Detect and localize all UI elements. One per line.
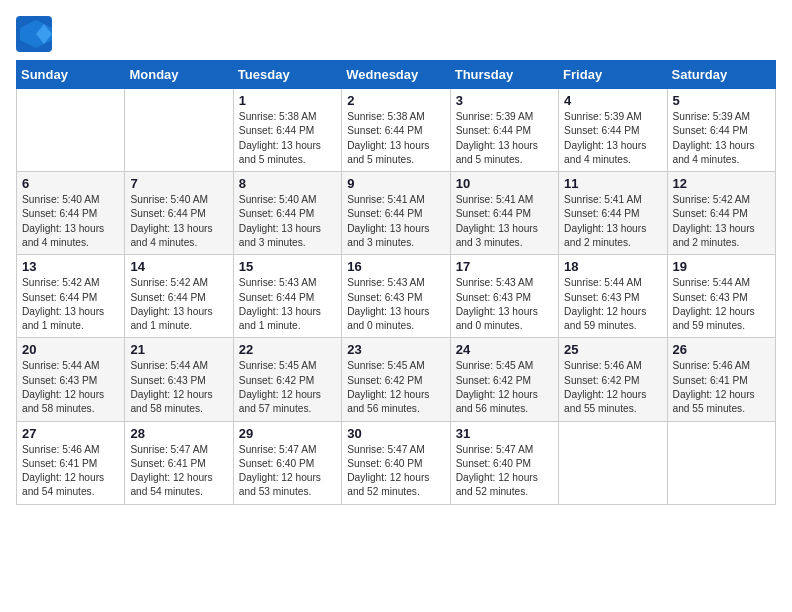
day-number: 7	[130, 176, 227, 191]
calendar-cell: 3Sunrise: 5:39 AMSunset: 6:44 PMDaylight…	[450, 89, 558, 172]
cell-content: Sunrise: 5:44 AMSunset: 6:43 PMDaylight:…	[673, 276, 770, 333]
cell-content: Sunrise: 5:41 AMSunset: 6:44 PMDaylight:…	[564, 193, 661, 250]
cell-content: Sunrise: 5:40 AMSunset: 6:44 PMDaylight:…	[130, 193, 227, 250]
calendar-cell: 1Sunrise: 5:38 AMSunset: 6:44 PMDaylight…	[233, 89, 341, 172]
logo	[16, 16, 56, 52]
day-number: 12	[673, 176, 770, 191]
day-number: 23	[347, 342, 444, 357]
day-number: 6	[22, 176, 119, 191]
cell-content: Sunrise: 5:43 AMSunset: 6:43 PMDaylight:…	[347, 276, 444, 333]
cell-content: Sunrise: 5:45 AMSunset: 6:42 PMDaylight:…	[347, 359, 444, 416]
day-number: 30	[347, 426, 444, 441]
cell-content: Sunrise: 5:47 AMSunset: 6:40 PMDaylight:…	[347, 443, 444, 500]
day-number: 14	[130, 259, 227, 274]
calendar-cell: 27Sunrise: 5:46 AMSunset: 6:41 PMDayligh…	[17, 421, 125, 504]
calendar-cell: 17Sunrise: 5:43 AMSunset: 6:43 PMDayligh…	[450, 255, 558, 338]
calendar-week-5: 27Sunrise: 5:46 AMSunset: 6:41 PMDayligh…	[17, 421, 776, 504]
calendar-cell: 9Sunrise: 5:41 AMSunset: 6:44 PMDaylight…	[342, 172, 450, 255]
day-number: 15	[239, 259, 336, 274]
calendar-cell: 18Sunrise: 5:44 AMSunset: 6:43 PMDayligh…	[559, 255, 667, 338]
calendar-cell: 28Sunrise: 5:47 AMSunset: 6:41 PMDayligh…	[125, 421, 233, 504]
page-header	[16, 16, 776, 52]
day-number: 16	[347, 259, 444, 274]
calendar-cell	[559, 421, 667, 504]
calendar-cell: 14Sunrise: 5:42 AMSunset: 6:44 PMDayligh…	[125, 255, 233, 338]
calendar-cell: 10Sunrise: 5:41 AMSunset: 6:44 PMDayligh…	[450, 172, 558, 255]
calendar-cell: 23Sunrise: 5:45 AMSunset: 6:42 PMDayligh…	[342, 338, 450, 421]
calendar-cell: 5Sunrise: 5:39 AMSunset: 6:44 PMDaylight…	[667, 89, 775, 172]
cell-content: Sunrise: 5:42 AMSunset: 6:44 PMDaylight:…	[130, 276, 227, 333]
day-number: 28	[130, 426, 227, 441]
header-sunday: Sunday	[17, 61, 125, 89]
cell-content: Sunrise: 5:41 AMSunset: 6:44 PMDaylight:…	[347, 193, 444, 250]
cell-content: Sunrise: 5:46 AMSunset: 6:42 PMDaylight:…	[564, 359, 661, 416]
day-number: 20	[22, 342, 119, 357]
calendar-cell: 26Sunrise: 5:46 AMSunset: 6:41 PMDayligh…	[667, 338, 775, 421]
calendar-cell: 29Sunrise: 5:47 AMSunset: 6:40 PMDayligh…	[233, 421, 341, 504]
day-number: 9	[347, 176, 444, 191]
calendar-cell: 30Sunrise: 5:47 AMSunset: 6:40 PMDayligh…	[342, 421, 450, 504]
day-number: 22	[239, 342, 336, 357]
cell-content: Sunrise: 5:47 AMSunset: 6:40 PMDaylight:…	[239, 443, 336, 500]
calendar-cell	[125, 89, 233, 172]
day-number: 18	[564, 259, 661, 274]
cell-content: Sunrise: 5:44 AMSunset: 6:43 PMDaylight:…	[130, 359, 227, 416]
day-number: 10	[456, 176, 553, 191]
cell-content: Sunrise: 5:38 AMSunset: 6:44 PMDaylight:…	[347, 110, 444, 167]
cell-content: Sunrise: 5:46 AMSunset: 6:41 PMDaylight:…	[673, 359, 770, 416]
day-number: 2	[347, 93, 444, 108]
day-number: 26	[673, 342, 770, 357]
calendar-week-1: 1Sunrise: 5:38 AMSunset: 6:44 PMDaylight…	[17, 89, 776, 172]
cell-content: Sunrise: 5:45 AMSunset: 6:42 PMDaylight:…	[239, 359, 336, 416]
calendar-cell: 19Sunrise: 5:44 AMSunset: 6:43 PMDayligh…	[667, 255, 775, 338]
calendar-cell: 20Sunrise: 5:44 AMSunset: 6:43 PMDayligh…	[17, 338, 125, 421]
calendar-cell	[17, 89, 125, 172]
day-number: 4	[564, 93, 661, 108]
day-number: 8	[239, 176, 336, 191]
cell-content: Sunrise: 5:44 AMSunset: 6:43 PMDaylight:…	[564, 276, 661, 333]
header-friday: Friday	[559, 61, 667, 89]
calendar-cell: 8Sunrise: 5:40 AMSunset: 6:44 PMDaylight…	[233, 172, 341, 255]
calendar-cell: 11Sunrise: 5:41 AMSunset: 6:44 PMDayligh…	[559, 172, 667, 255]
day-number: 3	[456, 93, 553, 108]
day-number: 24	[456, 342, 553, 357]
calendar-header-row: SundayMondayTuesdayWednesdayThursdayFrid…	[17, 61, 776, 89]
cell-content: Sunrise: 5:43 AMSunset: 6:43 PMDaylight:…	[456, 276, 553, 333]
calendar-week-4: 20Sunrise: 5:44 AMSunset: 6:43 PMDayligh…	[17, 338, 776, 421]
calendar-table: SundayMondayTuesdayWednesdayThursdayFrid…	[16, 60, 776, 505]
day-number: 27	[22, 426, 119, 441]
day-number: 31	[456, 426, 553, 441]
cell-content: Sunrise: 5:46 AMSunset: 6:41 PMDaylight:…	[22, 443, 119, 500]
calendar-cell: 21Sunrise: 5:44 AMSunset: 6:43 PMDayligh…	[125, 338, 233, 421]
calendar-cell: 16Sunrise: 5:43 AMSunset: 6:43 PMDayligh…	[342, 255, 450, 338]
cell-content: Sunrise: 5:43 AMSunset: 6:44 PMDaylight:…	[239, 276, 336, 333]
calendar-week-3: 13Sunrise: 5:42 AMSunset: 6:44 PMDayligh…	[17, 255, 776, 338]
day-number: 17	[456, 259, 553, 274]
calendar-cell: 12Sunrise: 5:42 AMSunset: 6:44 PMDayligh…	[667, 172, 775, 255]
day-number: 19	[673, 259, 770, 274]
day-number: 25	[564, 342, 661, 357]
day-number: 5	[673, 93, 770, 108]
calendar-cell: 7Sunrise: 5:40 AMSunset: 6:44 PMDaylight…	[125, 172, 233, 255]
day-number: 1	[239, 93, 336, 108]
cell-content: Sunrise: 5:44 AMSunset: 6:43 PMDaylight:…	[22, 359, 119, 416]
header-thursday: Thursday	[450, 61, 558, 89]
day-number: 29	[239, 426, 336, 441]
header-wednesday: Wednesday	[342, 61, 450, 89]
calendar-cell: 22Sunrise: 5:45 AMSunset: 6:42 PMDayligh…	[233, 338, 341, 421]
calendar-cell: 2Sunrise: 5:38 AMSunset: 6:44 PMDaylight…	[342, 89, 450, 172]
calendar-cell: 13Sunrise: 5:42 AMSunset: 6:44 PMDayligh…	[17, 255, 125, 338]
cell-content: Sunrise: 5:40 AMSunset: 6:44 PMDaylight:…	[22, 193, 119, 250]
header-tuesday: Tuesday	[233, 61, 341, 89]
logo-icon	[16, 16, 52, 52]
day-number: 21	[130, 342, 227, 357]
calendar-cell: 6Sunrise: 5:40 AMSunset: 6:44 PMDaylight…	[17, 172, 125, 255]
calendar-week-2: 6Sunrise: 5:40 AMSunset: 6:44 PMDaylight…	[17, 172, 776, 255]
cell-content: Sunrise: 5:45 AMSunset: 6:42 PMDaylight:…	[456, 359, 553, 416]
calendar-cell: 15Sunrise: 5:43 AMSunset: 6:44 PMDayligh…	[233, 255, 341, 338]
cell-content: Sunrise: 5:42 AMSunset: 6:44 PMDaylight:…	[673, 193, 770, 250]
cell-content: Sunrise: 5:39 AMSunset: 6:44 PMDaylight:…	[673, 110, 770, 167]
cell-content: Sunrise: 5:47 AMSunset: 6:41 PMDaylight:…	[130, 443, 227, 500]
cell-content: Sunrise: 5:40 AMSunset: 6:44 PMDaylight:…	[239, 193, 336, 250]
day-number: 13	[22, 259, 119, 274]
